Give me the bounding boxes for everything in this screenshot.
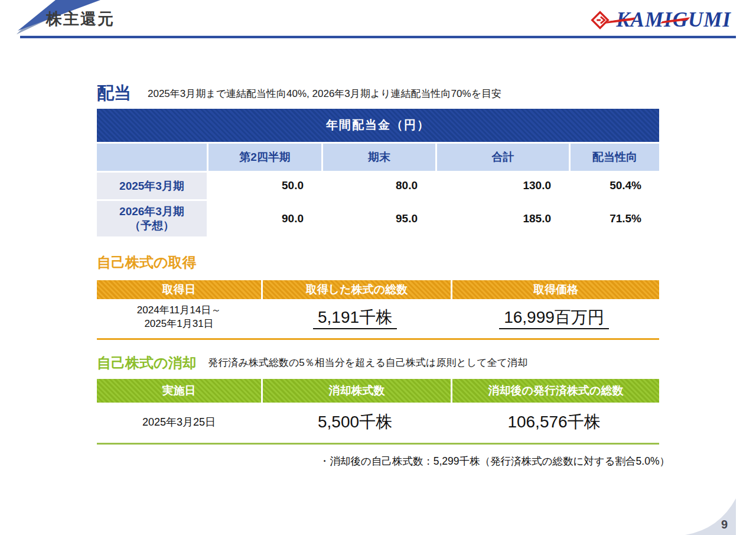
dividend-subtitle: 2025年3月期まで連結配当性向40%, 2026年3月期より連結配当性向70%… xyxy=(148,87,501,103)
buyback-title: 自己株式の取得 xyxy=(97,253,659,272)
dividend-row-label: 2026年3月期 （予想） xyxy=(97,201,207,236)
dividend-col-header: 期末 xyxy=(323,144,435,171)
cancellation-col-header: 実施日 xyxy=(97,379,261,403)
header-divider xyxy=(20,35,736,38)
buyback-col-header: 取得日 xyxy=(97,280,261,299)
page-title: 株主還元 xyxy=(46,8,115,30)
cancellation-col-header: 消却後の発行済株式の総数 xyxy=(452,379,659,403)
dividend-col-header: 合計 xyxy=(437,144,569,171)
buyback-period: 2024年11月14日～ 2025年1月31日 xyxy=(97,304,261,331)
dividend-table-banner: 年間配当金（円） xyxy=(97,109,659,142)
cancellation-date: 2025年3月25日 xyxy=(97,415,261,429)
dividend-col-header xyxy=(97,144,207,171)
dividend-cell: 50.0 xyxy=(208,173,321,199)
cancellation-section-header: 自己株式の消却 発行済み株式総数の5％相当分を超える自己株式は原則として全て消却 xyxy=(97,355,659,371)
dividend-cell: 80.0 xyxy=(323,173,435,199)
dividend-cell: 50.4% xyxy=(571,173,659,199)
dividend-section-header: 配当 2025年3月期まで連結配当性向40%, 2026年3月期より連結配当性向… xyxy=(97,84,659,103)
dividend-title: 配当 xyxy=(97,84,131,103)
buyback-shares-value: 5,191千株 xyxy=(313,308,397,329)
dividend-col-header: 配当性向 xyxy=(571,144,659,171)
kamigumi-diamond-icon xyxy=(590,10,610,30)
buyback-shares: 5,191千株 xyxy=(261,306,449,329)
dividend-row-label: 2025年3月期 xyxy=(97,173,207,199)
page-number: 9 xyxy=(721,518,728,531)
dividend-table: 年間配当金（円） 第2四半期 期末 合計 配当性向 2025年3月期 50.0 … xyxy=(97,109,659,236)
cancellation-note: ・消却後の自己株式数：5,299千株（発行済株式の総数に対する割合5.0%） xyxy=(97,454,670,468)
dividend-cell: 71.5% xyxy=(571,201,659,236)
dividend-cell: 185.0 xyxy=(437,201,569,236)
buyback-table-header: 取得日 取得した株式の総数 取得価格 xyxy=(97,280,659,299)
buyback-col-header: 取得した株式の総数 xyxy=(263,280,451,299)
cancellation-col-header: 消却株式数 xyxy=(263,379,451,403)
slide-content: 配当 2025年3月期まで連結配当性向40%, 2026年3月期より連結配当性向… xyxy=(97,84,659,468)
buyback-price-value: 16,999百万円 xyxy=(499,308,609,329)
page-corner-decoration xyxy=(685,498,736,535)
dividend-cell: 130.0 xyxy=(437,173,569,199)
buyback-price: 16,999百万円 xyxy=(449,306,659,329)
dividend-col-header: 第2四半期 xyxy=(208,144,321,171)
cancellation-total-after: 106,576千株 xyxy=(449,411,659,433)
cancellation-table-header: 実施日 消却株式数 消却後の発行済株式の総数 xyxy=(97,379,659,403)
buyback-table-row: 2024年11月14日～ 2025年1月31日 5,191千株 16,999百万… xyxy=(97,299,659,340)
dividend-cell: 90.0 xyxy=(208,201,321,236)
cancellation-table-row: 2025年3月25日 5,500千株 106,576千株 xyxy=(97,403,659,445)
cancellation-title: 自己株式の消却 xyxy=(97,355,197,371)
kamigumi-logo: KAMIGUMI xyxy=(590,9,731,30)
slide-header: 株主還元 KAMIGUMI xyxy=(0,0,756,40)
buyback-col-header: 取得価格 xyxy=(452,280,659,299)
cancellation-shares: 5,500千株 xyxy=(261,411,449,433)
cancellation-subtitle: 発行済み株式総数の5％相当分を超える自己株式は原則として全て消却 xyxy=(208,356,527,371)
dividend-cell: 95.0 xyxy=(323,201,435,236)
